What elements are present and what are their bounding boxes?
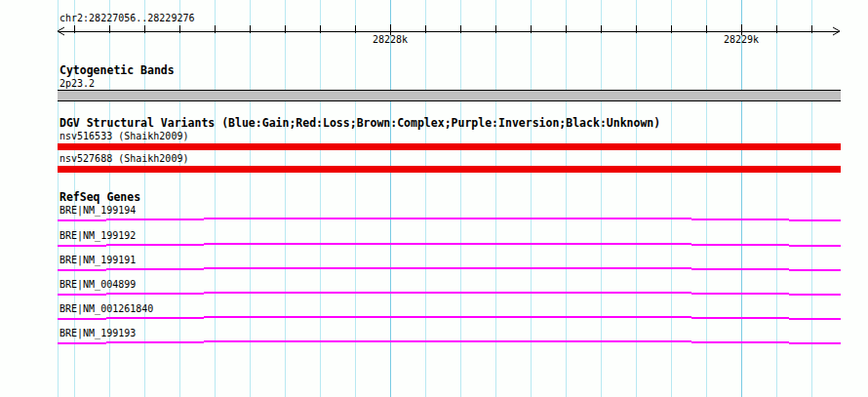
- grid-minor-line: [425, 0, 426, 397]
- grid-minor-line: [285, 0, 286, 397]
- gene-feature-line[interactable]: [691, 218, 789, 220]
- gene-feature-line[interactable]: [204, 340, 691, 342]
- grid-minor-line: [460, 0, 461, 397]
- variant-feature-bar[interactable]: [58, 143, 841, 150]
- grid-minor-line: [250, 0, 251, 397]
- grid-minor-line: [179, 0, 180, 397]
- gene-feature-line[interactable]: [691, 244, 789, 246]
- grid-minor-line: [671, 0, 672, 397]
- gene-feature-line[interactable]: [106, 317, 204, 319]
- grid-minor-line: [144, 0, 145, 397]
- grid-major-line: [390, 0, 391, 397]
- grid-minor-line: [531, 0, 532, 397]
- grid-minor-line: [355, 0, 356, 397]
- grid-boundary-line: [58, 0, 59, 397]
- variant-feature-bar[interactable]: [58, 166, 841, 173]
- grid-minor-line: [495, 0, 496, 397]
- gene-feature-line[interactable]: [691, 268, 789, 270]
- grid-minor-line: [636, 0, 637, 397]
- gene-feature-line[interactable]: [106, 293, 204, 295]
- variant-label: nsv516533 (Shaikh2009): [59, 130, 188, 142]
- gene-label: BRE|NM_199192: [59, 229, 136, 242]
- gene-feature-line[interactable]: [204, 243, 691, 245]
- gene-label: BRE|NM_199194: [59, 204, 136, 217]
- track-title-dgv-structural-variants: DGV Structural Variants (Blue:Gain;Red:L…: [59, 117, 660, 130]
- ruler-tick-label: 28229k: [724, 33, 759, 46]
- genome-browser-panel: chr2:28227056..28229276 28228k28229k Cyt…: [0, 0, 868, 397]
- gene-feature-line[interactable]: [691, 317, 789, 319]
- gene-feature-line[interactable]: [789, 294, 841, 296]
- gene-feature-line[interactable]: [691, 293, 789, 295]
- gene-feature-line[interactable]: [204, 218, 691, 219]
- ruler-ticks: [75, 24, 812, 35]
- gene-feature-line[interactable]: [789, 245, 841, 247]
- grid-major-line: [741, 0, 742, 397]
- grid-minor-line: [566, 0, 567, 397]
- grid-minor-line: [776, 0, 777, 397]
- gene-feature-line[interactable]: [106, 341, 204, 343]
- grid-minor-line: [811, 0, 812, 397]
- ruler-tick-label: 28228k: [373, 33, 408, 46]
- gene-feature-line[interactable]: [58, 318, 106, 320]
- cytoband-feature[interactable]: [58, 90, 841, 101]
- gene-feature-line[interactable]: [789, 219, 841, 221]
- grid-minor-line: [320, 0, 321, 397]
- gene-feature-line[interactable]: [789, 318, 841, 320]
- gene-feature-line[interactable]: [789, 342, 841, 344]
- gene-feature-line[interactable]: [106, 218, 204, 220]
- variant-label: nsv527688 (Shaikh2009): [59, 152, 188, 165]
- gene-feature-line[interactable]: [789, 269, 841, 271]
- gene-label: BRE|NM_199193: [59, 327, 136, 339]
- gene-feature-line[interactable]: [58, 294, 106, 296]
- gene-feature-line[interactable]: [204, 267, 691, 269]
- gene-feature-line[interactable]: [204, 292, 691, 294]
- gene-feature-line[interactable]: [106, 244, 204, 246]
- gene-label: BRE|NM_199191: [59, 254, 136, 266]
- gene-feature-line[interactable]: [691, 341, 789, 343]
- grid-minor-line: [706, 0, 707, 397]
- gene-feature-line[interactable]: [58, 269, 106, 271]
- cytoband-label: 2p23.2: [59, 77, 95, 90]
- gene-feature-line[interactable]: [58, 219, 106, 221]
- grid-minor-line: [215, 0, 216, 397]
- gene-feature-line[interactable]: [204, 316, 691, 318]
- gene-feature-line[interactable]: [58, 245, 106, 247]
- gene-label: BRE|NM_001261840: [59, 302, 153, 315]
- track-title-refseq-genes: RefSeq Genes: [59, 191, 140, 204]
- gene-label: BRE|NM_004899: [59, 278, 136, 291]
- track-title-cytogenetic-bands: Cytogenetic Bands: [59, 64, 175, 77]
- grid-minor-line: [601, 0, 602, 397]
- gene-feature-line[interactable]: [106, 268, 204, 270]
- gene-feature-line[interactable]: [58, 342, 106, 344]
